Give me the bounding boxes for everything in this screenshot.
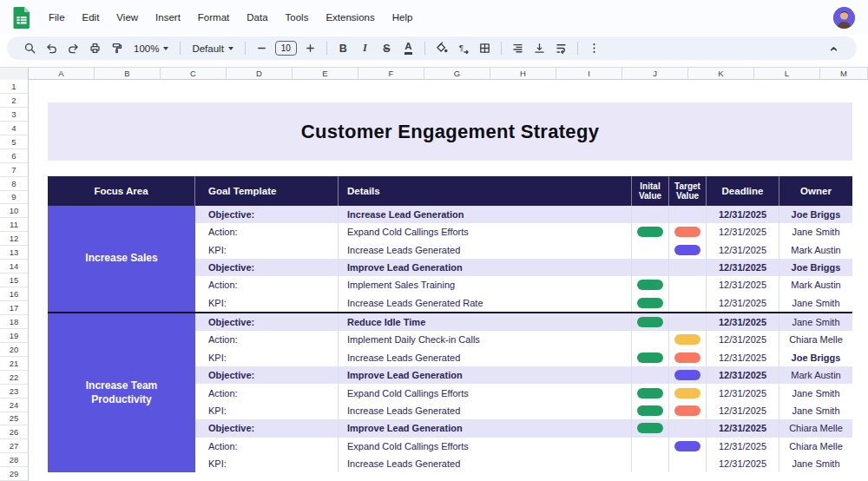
detail-cell[interactable]: Improve Lead Generation [339, 259, 632, 276]
horizontal-align-icon[interactable] [507, 38, 529, 58]
row-header-28[interactable]: 28 [0, 453, 29, 467]
initial-value-cell[interactable] [632, 349, 669, 366]
font-select[interactable]: Default [186, 43, 239, 54]
column-header-H[interactable]: H [490, 68, 556, 80]
deadline-cell[interactable]: 12/31/2025 [707, 331, 779, 348]
deadline-cell[interactable]: 12/31/2025 [707, 259, 779, 276]
menu-help[interactable]: Help [384, 9, 422, 26]
text-wrap-icon[interactable] [550, 38, 572, 58]
owner-cell[interactable]: Jane Smith [779, 293, 852, 311]
initial-value-cell[interactable] [632, 366, 669, 384]
initial-value-cell[interactable] [632, 455, 669, 472]
column-header-A[interactable]: A [29, 68, 95, 80]
column-header-G[interactable]: G [424, 68, 490, 80]
column-header-D[interactable]: D [227, 68, 293, 80]
detail-cell[interactable]: Expand Cold Callings Efforts [339, 438, 632, 455]
goal-label-cell[interactable]: Objective: [195, 419, 339, 437]
strikethrough-icon[interactable]: S [376, 38, 398, 58]
sheets-logo-icon[interactable] [12, 6, 31, 30]
initial-value-cell[interactable] [632, 259, 669, 276]
text-direction-icon[interactable]: ¶ [452, 38, 474, 58]
focus-area-cell[interactable]: Increase Team Productivity [48, 313, 195, 473]
detail-cell[interactable]: Implement Daily Check-in Calls [339, 331, 632, 348]
row-header-5[interactable]: 5 [0, 135, 29, 149]
detail-cell[interactable]: Increase Leads Generated [339, 241, 632, 259]
goal-label-cell[interactable]: KPI: [195, 293, 339, 311]
initial-value-cell[interactable] [632, 384, 669, 401]
detail-cell[interactable]: Improve Lead Generation [339, 366, 632, 384]
goal-label-cell[interactable]: Action: [195, 384, 339, 401]
owner-cell[interactable]: Jane Smith [779, 313, 852, 331]
initial-value-cell[interactable] [632, 419, 669, 437]
deadline-cell[interactable]: 12/31/2025 [707, 313, 779, 331]
menu-insert[interactable]: Insert [147, 9, 189, 26]
row-header-19[interactable]: 19 [0, 329, 29, 343]
row-header-12[interactable]: 12 [0, 232, 29, 246]
menu-extensions[interactable]: Extensions [317, 9, 383, 26]
target-value-cell[interactable] [669, 206, 707, 223]
menu-view[interactable]: View [108, 9, 147, 26]
target-value-cell[interactable] [669, 455, 707, 472]
row-header-11[interactable]: 11 [0, 218, 29, 232]
print-icon[interactable] [84, 38, 106, 58]
detail-cell[interactable]: Increase Leads Generated Rate [339, 293, 632, 311]
owner-cell[interactable]: Mark Austin [779, 366, 852, 384]
row-header-7[interactable]: 7 [0, 163, 29, 177]
header-target-value[interactable]: Target Value [669, 176, 707, 206]
deadline-cell[interactable]: 12/31/2025 [707, 366, 779, 384]
undo-icon[interactable] [41, 38, 62, 58]
goal-label-cell[interactable]: Action: [195, 438, 339, 455]
target-value-cell[interactable] [669, 331, 707, 348]
owner-cell[interactable]: Chiara Melle [779, 419, 852, 437]
deadline-cell[interactable]: 12/31/2025 [707, 276, 779, 293]
detail-cell[interactable]: Improve Lead Generation [339, 419, 632, 437]
goal-label-cell[interactable]: KPI: [195, 241, 339, 259]
owner-cell[interactable]: Mark Austin [779, 241, 852, 259]
deadline-cell[interactable]: 12/31/2025 [707, 438, 779, 455]
deadline-cell[interactable]: 12/31/2025 [707, 241, 779, 259]
row-header-18[interactable]: 18 [0, 315, 29, 329]
target-value-cell[interactable] [669, 276, 707, 293]
redo-icon[interactable] [62, 38, 84, 58]
column-header-K[interactable]: K [688, 68, 754, 80]
header-inital-value[interactable]: Inital Value [632, 176, 669, 206]
fill-color-icon[interactable] [431, 38, 452, 58]
goal-label-cell[interactable]: Action: [195, 223, 339, 240]
goal-label-cell[interactable]: KPI: [195, 402, 339, 419]
select-all-corner[interactable] [0, 68, 29, 81]
row-header-21[interactable]: 21 [0, 357, 29, 371]
goal-label-cell[interactable]: KPI: [195, 455, 339, 472]
target-value-cell[interactable] [669, 223, 707, 240]
header-owner[interactable]: Owner [779, 176, 852, 206]
row-header-3[interactable]: 3 [0, 108, 29, 122]
header-deadline[interactable]: Deadline [707, 176, 779, 206]
row-header-4[interactable]: 4 [0, 122, 29, 135]
goal-label-cell[interactable]: Objective: [195, 206, 339, 223]
deadline-cell[interactable]: 12/31/2025 [707, 402, 779, 419]
detail-cell[interactable]: Implement Sales Training [339, 276, 632, 293]
initial-value-cell[interactable] [632, 293, 669, 311]
deadline-cell[interactable]: 12/31/2025 [707, 349, 779, 366]
row-header-1[interactable]: 1 [0, 80, 29, 94]
goal-label-cell[interactable]: Objective: [195, 366, 339, 384]
owner-cell[interactable]: Jane Smith [779, 402, 852, 419]
row-header-25[interactable]: 25 [0, 412, 29, 426]
target-value-cell[interactable] [669, 313, 707, 331]
initial-value-cell[interactable] [632, 331, 669, 348]
owner-cell[interactable]: Joe Briggs [779, 259, 852, 276]
row-header-23[interactable]: 23 [0, 385, 29, 399]
menu-edit[interactable]: Edit [74, 9, 108, 26]
deadline-cell[interactable]: 12/31/2025 [707, 384, 779, 401]
target-value-cell[interactable] [669, 259, 707, 276]
detail-cell[interactable]: Increase Leads Generated [339, 455, 632, 472]
column-header-E[interactable]: E [293, 68, 358, 80]
initial-value-cell[interactable] [632, 402, 669, 419]
zoom-select[interactable]: 100% [128, 43, 174, 54]
target-value-cell[interactable] [669, 241, 707, 259]
sheet-title-banner[interactable]: Customer Engagement Strategy [48, 102, 852, 161]
goal-label-cell[interactable]: Action: [195, 331, 339, 348]
plus-icon[interactable] [299, 38, 321, 58]
more-icon[interactable] [583, 38, 605, 58]
header-details[interactable]: Details [339, 176, 632, 206]
row-header-9[interactable]: 9 [0, 191, 29, 205]
